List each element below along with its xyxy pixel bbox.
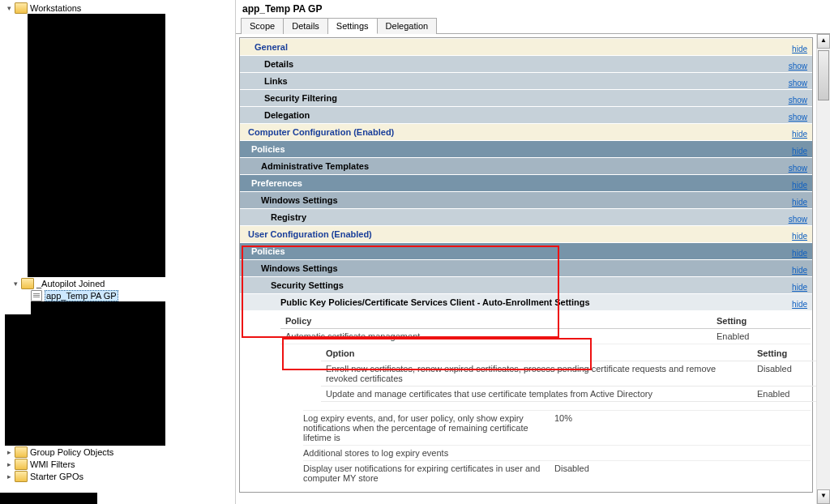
tree-label: Workstations	[30, 3, 81, 13]
tree-expand-icon[interactable]: ▸	[5, 448, 14, 456]
toggle-link[interactable]: hide	[792, 147, 807, 156]
tree-label-selected: app_Temp PA GP	[45, 290, 118, 301]
tree-item-workstations[interactable]: ▾ Workstations	[0, 2, 235, 14]
policy-settings-block: Policy Setting Automatic certificate man…	[240, 310, 812, 492]
th-setting: Setting	[712, 314, 811, 329]
toggle-link[interactable]: show	[789, 96, 807, 105]
section-label: Administrative Templates	[261, 161, 807, 171]
gpo-link-icon	[31, 290, 42, 301]
toggle-link[interactable]: show	[789, 62, 807, 70]
toggle-link[interactable]: hide	[792, 283, 807, 292]
section-label: Policies	[251, 246, 807, 256]
tree-item-wmi[interactable]: ▸ WMI Filters	[0, 458, 235, 470]
redacted-items	[0, 493, 97, 504]
th-policy: Policy	[280, 314, 712, 329]
tree-expand-icon[interactable]: ▸	[5, 460, 14, 468]
cell-setting: Enabled	[752, 387, 816, 402]
tab-settings[interactable]: Settings	[328, 18, 378, 34]
toggle-link[interactable]: hide	[792, 249, 807, 258]
details-pane: app_Temp PA GP Scope Details Settings De…	[236, 0, 830, 504]
section-label: User Configuration (Enabled)	[248, 229, 807, 239]
cell-val	[554, 448, 627, 458]
section-label: Security Settings	[271, 280, 807, 290]
section-label: Preferences	[251, 178, 807, 188]
toggle-link[interactable]: hide	[792, 198, 807, 207]
section-label: Public Key Policies/Certificate Services…	[280, 297, 807, 307]
toggle-link[interactable]: hide	[792, 232, 807, 241]
subsection-policies-user[interactable]: Policies hide	[240, 242, 812, 259]
scroll-down-button[interactable]: ▼	[817, 489, 830, 504]
section-label: Computer Configuration (Enabled)	[248, 127, 807, 137]
tree-expand-icon[interactable]: ▾	[5, 4, 14, 12]
section-label: Links	[264, 76, 807, 86]
subsection-policies[interactable]: Policies hide	[240, 140, 812, 157]
report-box: General hide Details show Links show Sec…	[239, 37, 813, 493]
toggle-link[interactable]: hide	[792, 266, 807, 275]
section-label: General	[255, 42, 807, 52]
cell-key: Log expiry events, and, for user policy,…	[303, 413, 554, 442]
section-label: Windows Settings	[261, 195, 807, 205]
section-user-config[interactable]: User Configuration (Enabled) hide	[240, 225, 812, 242]
redacted-items	[28, 14, 165, 277]
window: ▾ Workstations ▾ _Autopilot Joined app_T…	[0, 0, 830, 504]
tab-details[interactable]: Details	[284, 18, 328, 34]
section-label: Delegation	[264, 110, 807, 120]
folder-icon	[15, 471, 28, 482]
tree-expand-icon[interactable]: ▸	[5, 472, 14, 481]
section-label: Details	[264, 59, 807, 69]
tree-collapse-icon[interactable]: ▾	[11, 280, 20, 288]
toggle-link[interactable]: hide	[792, 130, 807, 139]
toggle-link[interactable]: show	[789, 164, 807, 173]
tree-item-gpo-selected[interactable]: app_Temp PA GP	[0, 289, 235, 301]
toggle-link[interactable]: hide	[792, 181, 807, 190]
toggle-link[interactable]: hide	[792, 300, 807, 309]
cell-setting: Disabled	[752, 361, 816, 387]
subsection-security-settings[interactable]: Security Settings hide	[240, 276, 812, 293]
redacted-items	[31, 301, 165, 314]
section-label: Windows Settings	[261, 263, 807, 273]
policy-table: Policy Setting Automatic certificate man…	[280, 314, 811, 344]
subsection-details[interactable]: Details show	[240, 55, 812, 72]
cell-val: 10%	[554, 413, 627, 442]
subsection-win-settings[interactable]: Windows Settings hide	[240, 191, 812, 208]
toggle-link[interactable]: show	[789, 79, 807, 88]
section-label: Policies	[251, 144, 807, 154]
scroll-up-button[interactable]: ▲	[817, 34, 830, 49]
tab-delegation[interactable]: Delegation	[378, 18, 438, 34]
table-row: Enroll new certificates, renew expired c…	[321, 361, 816, 387]
tree-label: Starter GPOs	[30, 472, 83, 481]
scroll-track[interactable]	[817, 102, 830, 489]
folder-icon	[15, 2, 28, 14]
tree-item-starter[interactable]: ▸ Starter GPOs	[0, 470, 235, 482]
subsection-registry[interactable]: Registry show	[240, 208, 812, 225]
options-table: Option Setting Enroll new certificates, …	[321, 346, 816, 402]
tab-scope[interactable]: Scope	[241, 18, 284, 34]
subsection-admin-templates[interactable]: Administrative Templates show	[240, 157, 812, 174]
subsection-delegation[interactable]: Delegation show	[240, 106, 812, 123]
section-general[interactable]: General hide	[240, 38, 812, 55]
folder-icon	[21, 278, 34, 289]
cell-policy: Automatic certificate management	[280, 329, 712, 344]
th-setting: Setting	[752, 346, 816, 361]
toggle-link[interactable]: hide	[792, 45, 807, 53]
tree-item-autopilot[interactable]: ▾ _Autopilot Joined	[0, 277, 235, 289]
subsection-win-settings-user[interactable]: Windows Settings hide	[240, 259, 812, 276]
subsection-pk-policies[interactable]: Public Key Policies/Certificate Services…	[240, 293, 812, 310]
cell-option: Enroll new certificates, renew expired c…	[321, 361, 752, 387]
report-area: General hide Details show Links show Sec…	[236, 34, 816, 504]
cell-setting: Enabled	[712, 329, 811, 344]
toggle-link[interactable]: show	[789, 215, 807, 224]
subsection-preferences[interactable]: Preferences hide	[240, 174, 812, 191]
subsection-links[interactable]: Links show	[240, 72, 812, 89]
th-option: Option	[321, 346, 752, 361]
extra-settings: Log expiry events, and, for user policy,…	[280, 408, 811, 485]
toggle-link[interactable]: show	[789, 113, 807, 122]
scrollbar[interactable]: ▲ ▼	[816, 34, 830, 504]
subsection-security-filtering[interactable]: Security Filtering show	[240, 89, 812, 106]
page-title: app_Temp PA GP	[236, 0, 830, 18]
section-computer-config[interactable]: Computer Configuration (Enabled) hide	[240, 123, 812, 140]
tab-bar: Scope Details Settings Delegation	[236, 18, 830, 34]
scroll-thumb[interactable]	[818, 50, 829, 100]
section-label: Registry	[271, 212, 807, 222]
tree-item-gp-objects[interactable]: ▸ Group Policy Objects	[0, 446, 235, 458]
